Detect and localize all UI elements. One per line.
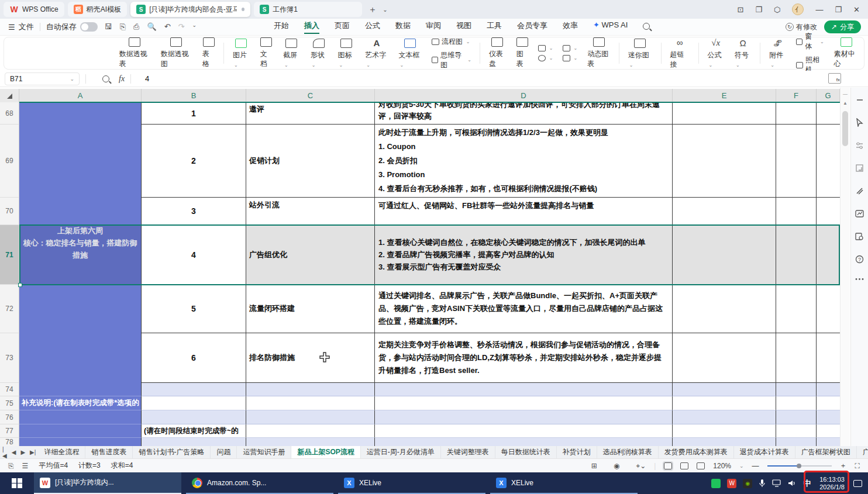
pivot-table-button[interactable]: 数据透视表	[114, 37, 156, 69]
tab-home[interactable]: 开始	[274, 20, 289, 34]
cell-E71[interactable]	[673, 225, 776, 285]
fullscreen-icon[interactable]: ⛶	[855, 462, 860, 470]
minimize-button[interactable]: —	[815, 5, 823, 14]
cell-C70[interactable]: 站外引流	[246, 198, 375, 225]
doc-search-icon[interactable]	[855, 232, 864, 241]
undo-icon[interactable]: ↶	[164, 22, 171, 32]
tab-data[interactable]: 数据	[395, 20, 411, 34]
cell-D78[interactable]	[375, 438, 673, 446]
restore-button[interactable]: ❐	[835, 5, 842, 14]
cell-D74[interactable]	[375, 383, 673, 396]
microphone-tray-icon[interactable]	[759, 479, 766, 488]
cell-B68[interactable]: 1	[142, 102, 246, 125]
next-sheet-icon[interactable]: ▶	[20, 449, 25, 455]
row-header-71-selected[interactable]: 71	[0, 225, 19, 285]
new-tab-button[interactable]: ＋	[368, 4, 377, 15]
col-header-F[interactable]: F	[776, 89, 817, 102]
sheet-tab-4[interactable]: 运营知识手册	[237, 446, 291, 458]
row-header-70[interactable]: 70	[0, 198, 19, 225]
cell-C69[interactable]: 促销计划	[246, 125, 375, 198]
icons-button[interactable]: 图标⌄	[332, 39, 360, 68]
sheet-tab-14[interactable]: 广告框架表	[857, 446, 868, 458]
col-header-B[interactable]: B	[142, 89, 246, 102]
tab-member[interactable]: 会员专享	[517, 20, 547, 34]
cell-D69[interactable]: 此时处于流量上升期，可根据利润情况选择1/2/3一起做，效果更明显 1. Cou…	[375, 125, 673, 198]
sheet-tab-7[interactable]: 关键词整理表	[441, 446, 495, 458]
file-menu[interactable]: ☰ 文件	[8, 22, 34, 32]
cell-D72[interactable]: 通过关键词排名、品牌展示广告，关联产品做Bundle、一起买折扣、A+页面关联产…	[375, 285, 673, 333]
cell-E78[interactable]	[673, 438, 776, 446]
tab-efficiency[interactable]: 效率	[563, 20, 578, 34]
sheet-tab-2[interactable]: 销售计划书-广告策略	[133, 446, 211, 458]
user-avatar[interactable]: 亻	[792, 4, 804, 15]
selection-handle[interactable]	[18, 283, 22, 287]
assets-center-button[interactable]: 素材中心	[829, 37, 864, 69]
pivot-chart-button[interactable]: 数据透视图	[156, 37, 197, 69]
cell-D76[interactable]	[375, 410, 673, 424]
help-icon[interactable]: ?	[855, 255, 864, 264]
tab-tools[interactable]: 工具	[487, 20, 502, 34]
cell-A75[interactable]: 补充说明:(请在制表时完成带*选项的	[19, 396, 142, 410]
col-header-G[interactable]: G	[817, 89, 840, 102]
cell-B76[interactable]	[142, 410, 246, 424]
dashboard-button[interactable]: 仪表盘	[484, 37, 511, 69]
tab-docer-template[interactable]: 稻 稻壳AI模板	[68, 2, 127, 17]
col-header-D[interactable]: D	[375, 89, 673, 102]
beautify-tools-icon[interactable]	[855, 186, 864, 195]
formula-search-icon[interactable]	[102, 75, 109, 82]
sheet-tab-12[interactable]: 退货成本计算表	[734, 446, 795, 458]
formula-button[interactable]: √x 公式⌄	[702, 38, 729, 68]
cell-A77[interactable]	[19, 424, 142, 438]
cell-E76[interactable]	[673, 410, 776, 424]
select-cursor-icon[interactable]	[855, 118, 864, 127]
screenshot-button[interactable]: 截屏⌄	[278, 39, 305, 68]
normal-view-icon[interactable]	[664, 462, 672, 469]
tab-wps-home[interactable]: W WPS Office	[4, 2, 64, 17]
sheet-tab-11[interactable]: 发货费用成本测算表	[659, 446, 734, 458]
cell-B71-active[interactable]: 4	[142, 225, 246, 285]
taskbar-clock[interactable]: 16:13:03 2026/1/8	[817, 476, 847, 491]
workspace-icon[interactable]: ⬡	[774, 5, 780, 14]
tab-view[interactable]: 视图	[456, 20, 471, 34]
scroll-up-icon[interactable]: ▲	[843, 101, 848, 106]
tab-page[interactable]: 页面	[335, 20, 350, 34]
tab-formula[interactable]: 公式	[365, 20, 380, 34]
zoom-out-button[interactable]: —	[752, 462, 759, 470]
print-icon[interactable]: ⎙	[133, 22, 139, 32]
taskbar-xelive-2[interactable]: X XELive	[490, 472, 638, 494]
table-button[interactable]: 表格	[197, 37, 220, 69]
nvidia-tray-icon[interactable]: ◉	[743, 479, 752, 488]
tab-insert[interactable]: 插入	[304, 20, 319, 34]
cell-B72[interactable]: 5	[142, 285, 246, 333]
cell-B73[interactable]: 6	[142, 333, 246, 383]
start-button[interactable]	[0, 472, 34, 494]
resize-icon[interactable]	[855, 164, 864, 172]
cell-C77[interactable]	[246, 424, 375, 438]
shapes-button[interactable]: 形状⌄	[305, 39, 333, 68]
row-header-68[interactable]: 68	[0, 102, 19, 125]
sheet-tab-0[interactable]: 详细全流程	[38, 446, 85, 458]
select-all-corner[interactable]	[0, 89, 19, 102]
pie-chart-button[interactable]: ⌄	[538, 55, 553, 61]
sparkline-button[interactable]: 迷你图⌄	[623, 39, 657, 68]
form-button[interactable]: 窗体⌄	[796, 32, 824, 51]
save-icon[interactable]: 🖫	[105, 22, 112, 32]
screenshot-tool-icon[interactable]: ⊡	[738, 5, 744, 14]
split-view-icon[interactable]	[680, 462, 688, 469]
search-icon[interactable]	[643, 23, 650, 30]
cell-G73[interactable]	[817, 333, 840, 383]
split-handle-icon[interactable]: —	[843, 91, 848, 96]
cell-C78[interactable]	[246, 438, 375, 446]
symbol-button[interactable]: Ω 符号⌄	[729, 38, 756, 68]
cell-F73[interactable]	[776, 333, 817, 383]
cell-G72[interactable]	[817, 285, 840, 333]
col-header-A[interactable]: A	[19, 89, 142, 102]
cell-C75[interactable]	[246, 396, 375, 410]
cell-E74[interactable]	[673, 383, 776, 396]
locate-target-icon[interactable]: ⌖⌄	[636, 462, 646, 470]
cell-G76[interactable]	[817, 410, 840, 424]
input-method-indicator[interactable]: 中	[803, 478, 811, 489]
formula-input[interactable]: 4	[145, 74, 149, 83]
cell-B74[interactable]	[142, 383, 246, 396]
display-tray-icon[interactable]	[772, 479, 781, 487]
